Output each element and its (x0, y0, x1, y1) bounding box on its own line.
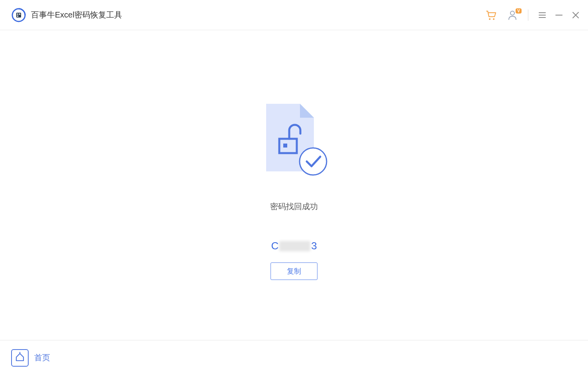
svg-rect-4 (17, 16, 18, 17)
user-vip-icon[interactable]: V (506, 9, 518, 21)
file-unlock-illustration (258, 102, 330, 177)
svg-point-5 (489, 18, 491, 20)
password-prefix: C (271, 240, 278, 252)
svg-rect-1 (16, 13, 21, 17)
password-suffix: 3 (311, 240, 317, 252)
footer: 首页 (0, 340, 588, 375)
home-button[interactable] (11, 349, 29, 367)
app-title: 百事牛Excel密码恢复工具 (31, 10, 122, 20)
cart-icon[interactable] (485, 9, 497, 21)
header-left: 百事牛Excel密码恢复工具 (11, 8, 122, 23)
svg-rect-2 (17, 14, 18, 15)
close-icon[interactable] (571, 11, 580, 19)
svg-point-6 (493, 18, 495, 20)
svg-point-7 (510, 11, 514, 15)
home-label[interactable]: 首页 (34, 352, 50, 363)
header-divider (528, 10, 528, 21)
vip-badge: V (516, 8, 522, 14)
app-logo-icon (11, 8, 26, 23)
header-right: V (485, 9, 580, 21)
success-message: 密码找回成功 (270, 201, 318, 212)
svg-point-16 (300, 148, 327, 175)
main-content: 密码找回成功 C 3 复制 (0, 30, 588, 340)
svg-rect-3 (19, 14, 20, 15)
menu-icon[interactable] (538, 11, 547, 19)
home-icon (15, 352, 25, 364)
minimize-icon[interactable] (555, 11, 563, 19)
recovered-password: C 3 (271, 240, 317, 252)
window-controls (538, 11, 580, 19)
svg-rect-15 (283, 144, 287, 148)
app-header: 百事牛Excel密码恢复工具 V (0, 0, 588, 30)
copy-button[interactable]: 复制 (271, 262, 317, 280)
password-masked (279, 241, 310, 251)
